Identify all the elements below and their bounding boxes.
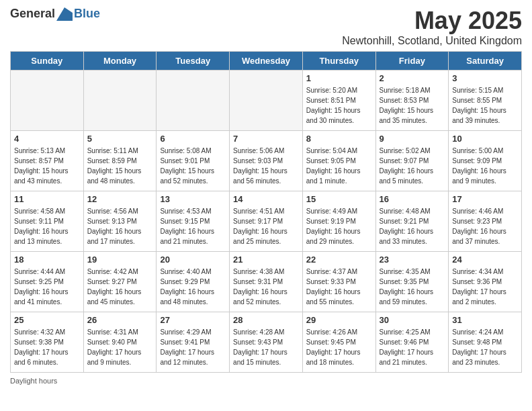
- calendar-day-cell: 12Sunrise: 4:56 AM Sunset: 9:13 PM Dayli…: [83, 191, 157, 252]
- day-info: Sunrise: 5:08 AM Sunset: 9:01 PM Dayligh…: [160, 146, 226, 186]
- day-number: 9: [380, 134, 445, 144]
- day-number: 7: [233, 134, 299, 144]
- logo: General Blue: [10, 7, 100, 21]
- day-info: Sunrise: 4:35 AM Sunset: 9:35 PM Dayligh…: [380, 267, 445, 307]
- calendar-day-cell: 9Sunrise: 5:02 AM Sunset: 9:07 PM Daylig…: [375, 131, 449, 191]
- calendar-day-cell: 19Sunrise: 4:42 AM Sunset: 9:27 PM Dayli…: [83, 252, 157, 312]
- day-info: Sunrise: 5:06 AM Sunset: 9:03 PM Dayligh…: [233, 146, 299, 186]
- logo-blue-text: Blue: [74, 7, 100, 21]
- logo-icon: [56, 7, 73, 21]
- day-info: Sunrise: 4:49 AM Sunset: 9:19 PM Dayligh…: [306, 206, 372, 246]
- calendar-day-cell: 7Sunrise: 5:06 AM Sunset: 9:03 PM Daylig…: [230, 131, 303, 191]
- day-number: 5: [87, 134, 153, 144]
- day-info: Sunrise: 4:28 AM Sunset: 9:43 PM Dayligh…: [233, 327, 299, 367]
- calendar-day-cell: 18Sunrise: 4:44 AM Sunset: 9:25 PM Dayli…: [11, 252, 84, 312]
- daylight-hours-label: Daylight hours: [10, 377, 57, 385]
- calendar-day-cell: 11Sunrise: 4:58 AM Sunset: 9:11 PM Dayli…: [11, 191, 84, 252]
- day-number: 10: [452, 134, 518, 144]
- day-info: Sunrise: 5:13 AM Sunset: 8:57 PM Dayligh…: [14, 146, 80, 186]
- day-number: 18: [14, 255, 80, 265]
- day-info: Sunrise: 5:15 AM Sunset: 8:55 PM Dayligh…: [452, 85, 518, 126]
- title-area: May 2025 Newtonhill, Scotland, United Ki…: [342, 7, 522, 47]
- day-number: 26: [87, 315, 153, 325]
- day-info: Sunrise: 4:26 AM Sunset: 9:45 PM Dayligh…: [306, 327, 372, 367]
- day-number: 19: [87, 255, 153, 265]
- day-info: Sunrise: 5:04 AM Sunset: 9:05 PM Dayligh…: [306, 146, 372, 186]
- calendar-day-cell: 23Sunrise: 4:35 AM Sunset: 9:35 PM Dayli…: [375, 252, 449, 312]
- day-info: Sunrise: 5:18 AM Sunset: 8:53 PM Dayligh…: [380, 85, 445, 126]
- day-number: 13: [160, 194, 226, 204]
- weekday-header-cell: Wednesday: [230, 52, 303, 71]
- weekday-header-cell: Tuesday: [157, 52, 230, 71]
- day-info: Sunrise: 5:00 AM Sunset: 9:09 PM Dayligh…: [452, 146, 518, 186]
- day-info: Sunrise: 4:25 AM Sunset: 9:46 PM Dayligh…: [380, 327, 445, 367]
- calendar-day-cell: [230, 71, 303, 131]
- weekday-header-cell: Saturday: [449, 52, 522, 71]
- month-title: May 2025: [342, 7, 522, 35]
- header: General Blue May 2025 Newtonhill, Scotla…: [10, 7, 522, 47]
- weekday-header-cell: Friday: [375, 52, 449, 71]
- calendar-day-cell: 3Sunrise: 5:15 AM Sunset: 8:55 PM Daylig…: [449, 71, 522, 131]
- day-info: Sunrise: 4:24 AM Sunset: 9:48 PM Dayligh…: [452, 327, 518, 367]
- weekday-header-row: SundayMondayTuesdayWednesdayThursdayFrid…: [11, 52, 522, 71]
- day-number: 16: [380, 194, 445, 204]
- calendar-day-cell: [157, 71, 230, 131]
- day-number: 4: [14, 134, 80, 144]
- day-number: 30: [380, 315, 445, 325]
- day-info: Sunrise: 4:48 AM Sunset: 9:21 PM Dayligh…: [380, 206, 445, 246]
- calendar-day-cell: 10Sunrise: 5:00 AM Sunset: 9:09 PM Dayli…: [449, 131, 522, 191]
- day-number: 21: [233, 255, 299, 265]
- day-number: 8: [306, 134, 372, 144]
- day-number: 3: [452, 73, 518, 83]
- day-number: 28: [233, 315, 299, 325]
- day-number: 12: [87, 194, 153, 204]
- calendar-day-cell: 21Sunrise: 4:38 AM Sunset: 9:31 PM Dayli…: [230, 252, 303, 312]
- svg-marker-0: [56, 7, 73, 21]
- calendar-week-row: 25Sunrise: 4:32 AM Sunset: 9:38 PM Dayli…: [11, 312, 522, 373]
- logo-general-text: General: [10, 7, 55, 21]
- calendar-week-row: 1Sunrise: 5:20 AM Sunset: 8:51 PM Daylig…: [11, 71, 522, 131]
- day-number: 29: [306, 315, 372, 325]
- calendar-day-cell: 5Sunrise: 5:11 AM Sunset: 8:59 PM Daylig…: [83, 131, 157, 191]
- day-info: Sunrise: 4:32 AM Sunset: 9:38 PM Dayligh…: [14, 327, 80, 367]
- calendar-day-cell: 29Sunrise: 4:26 AM Sunset: 9:45 PM Dayli…: [302, 312, 375, 373]
- calendar-day-cell: 28Sunrise: 4:28 AM Sunset: 9:43 PM Dayli…: [230, 312, 303, 373]
- calendar-week-row: 11Sunrise: 4:58 AM Sunset: 9:11 PM Dayli…: [11, 191, 522, 252]
- calendar-day-cell: 13Sunrise: 4:53 AM Sunset: 9:15 PM Dayli…: [157, 191, 230, 252]
- calendar-body: 1Sunrise: 5:20 AM Sunset: 8:51 PM Daylig…: [11, 71, 522, 373]
- calendar-day-cell: 24Sunrise: 4:34 AM Sunset: 9:36 PM Dayli…: [449, 252, 522, 312]
- calendar-day-cell: [83, 71, 157, 131]
- weekday-header-cell: Sunday: [11, 52, 84, 71]
- day-number: 6: [160, 134, 226, 144]
- day-info: Sunrise: 4:37 AM Sunset: 9:33 PM Dayligh…: [306, 267, 372, 307]
- calendar-table: SundayMondayTuesdayWednesdayThursdayFrid…: [10, 51, 522, 373]
- day-info: Sunrise: 5:02 AM Sunset: 9:07 PM Dayligh…: [380, 146, 445, 186]
- day-number: 11: [14, 194, 80, 204]
- day-info: Sunrise: 4:38 AM Sunset: 9:31 PM Dayligh…: [233, 267, 299, 307]
- footer-note: Daylight hours: [10, 377, 522, 385]
- day-info: Sunrise: 4:40 AM Sunset: 9:29 PM Dayligh…: [160, 267, 226, 307]
- calendar-week-row: 18Sunrise: 4:44 AM Sunset: 9:25 PM Dayli…: [11, 252, 522, 312]
- day-number: 2: [380, 73, 445, 83]
- calendar-day-cell: 22Sunrise: 4:37 AM Sunset: 9:33 PM Dayli…: [302, 252, 375, 312]
- calendar-day-cell: [11, 71, 84, 131]
- day-number: 22: [306, 255, 372, 265]
- calendar-day-cell: 16Sunrise: 4:48 AM Sunset: 9:21 PM Dayli…: [375, 191, 449, 252]
- calendar-week-row: 4Sunrise: 5:13 AM Sunset: 8:57 PM Daylig…: [11, 131, 522, 191]
- day-info: Sunrise: 5:20 AM Sunset: 8:51 PM Dayligh…: [306, 85, 372, 126]
- day-number: 20: [160, 255, 226, 265]
- calendar-day-cell: 20Sunrise: 4:40 AM Sunset: 9:29 PM Dayli…: [157, 252, 230, 312]
- day-info: Sunrise: 4:34 AM Sunset: 9:36 PM Dayligh…: [452, 267, 518, 307]
- day-info: Sunrise: 4:56 AM Sunset: 9:13 PM Dayligh…: [87, 206, 153, 246]
- day-info: Sunrise: 5:11 AM Sunset: 8:59 PM Dayligh…: [87, 146, 153, 186]
- calendar-day-cell: 25Sunrise: 4:32 AM Sunset: 9:38 PM Dayli…: [11, 312, 84, 373]
- calendar-day-cell: 14Sunrise: 4:51 AM Sunset: 9:17 PM Dayli…: [230, 191, 303, 252]
- day-number: 1: [306, 73, 372, 83]
- day-number: 24: [452, 255, 518, 265]
- day-number: 31: [452, 315, 518, 325]
- day-info: Sunrise: 4:46 AM Sunset: 9:23 PM Dayligh…: [452, 206, 518, 246]
- day-info: Sunrise: 4:51 AM Sunset: 9:17 PM Dayligh…: [233, 206, 299, 246]
- calendar-day-cell: 6Sunrise: 5:08 AM Sunset: 9:01 PM Daylig…: [157, 131, 230, 191]
- calendar-day-cell: 1Sunrise: 5:20 AM Sunset: 8:51 PM Daylig…: [302, 71, 375, 131]
- day-number: 27: [160, 315, 226, 325]
